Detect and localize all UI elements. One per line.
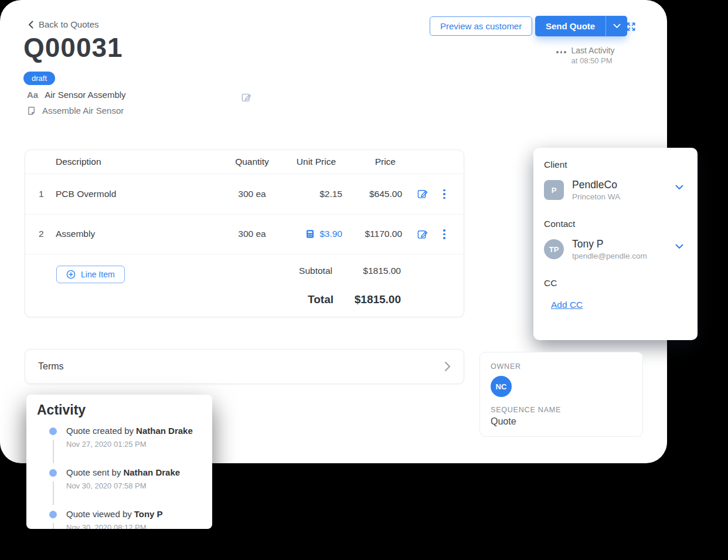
table-header-row: Description Quantity Unit Price Price (25, 150, 464, 174)
subtotal-value: $1815.00 (363, 266, 401, 276)
total-value: $1815.00 (355, 293, 401, 306)
contact-row: TP Tony P tpendle@pendle.com (544, 238, 687, 260)
chevron-right-icon (444, 361, 451, 372)
back-label: Back to Quotes (39, 19, 99, 29)
activity-item: Quote created byNathan Drake Nov 27, 202… (37, 426, 202, 467)
status-badge: draft (23, 72, 55, 85)
owner-label: OWNER (491, 362, 632, 371)
cc-label: CC (544, 278, 687, 289)
plus-circle-icon (66, 270, 76, 279)
row-number: 2 (25, 229, 56, 239)
activity-date: Nov 27, 2020 01:25 PM (66, 440, 202, 449)
owner-avatar: NC (491, 376, 512, 397)
edit-row-icon[interactable] (417, 188, 428, 199)
preview-as-customer-button[interactable]: Preview as customer (430, 16, 532, 36)
row-unit-price[interactable]: $3.90 (296, 229, 348, 239)
col-price: Price (348, 157, 406, 167)
col-description: Description (56, 157, 208, 167)
quote-description: Assemble Air Sensor (42, 106, 124, 116)
page: Back to Quotes Q00031 draft Aa Air Senso… (0, 0, 728, 560)
quote-description-row: Assemble Air Sensor (27, 106, 124, 116)
activity-item: Quote viewed byTony P Nov 30, 2020 08:12… (37, 509, 202, 529)
client-label: Client (544, 159, 687, 170)
timeline-connector (53, 523, 54, 529)
row-description: Assembly (56, 229, 208, 239)
client-avatar: P (544, 180, 564, 200)
add-cc-link[interactable]: Add CC (551, 300, 583, 310)
contact-email: tpendle@pendle.com (572, 252, 647, 260)
more-vertical-icon[interactable] (443, 189, 445, 199)
client-card: Client P PendleCo Princeton WA Contact T… (533, 148, 698, 340)
quote-name: Air Sensor Assembly (45, 90, 125, 100)
terms-section[interactable]: Terms (25, 349, 464, 384)
contact-label: Contact (544, 219, 687, 229)
activity-card: Activity Quote created byNathan Drake No… (26, 395, 212, 529)
expand-icon[interactable] (625, 21, 637, 33)
client-location: Princeton WA (572, 192, 620, 201)
timeline-dot-icon (49, 511, 57, 518)
contact-name: Tony P (572, 238, 647, 250)
row-number: 1 (25, 189, 56, 199)
last-activity: Last Activity at 08:50 PM (556, 46, 614, 65)
chevron-down-icon[interactable] (675, 185, 683, 190)
timeline-connector (53, 440, 54, 463)
col-quantity: Quantity (208, 157, 296, 167)
edit-details-icon[interactable] (241, 92, 251, 103)
add-line-item-button[interactable]: Line Item (56, 266, 125, 283)
calculator-icon (305, 229, 315, 239)
row-quantity: 300 ea (208, 189, 296, 199)
terms-label: Terms (38, 361, 64, 372)
sequence-name-value: Quote (491, 416, 632, 427)
sequence-name-label: SEQUENCE NAME (491, 406, 632, 414)
timeline-dot-icon (49, 427, 57, 435)
client-name: PendleCo (572, 179, 620, 191)
back-chevron-icon (28, 21, 33, 29)
page-title: Q00031 (23, 32, 123, 63)
table-footer: Line Item Subtotal $1815.00 Total $1815.… (25, 254, 464, 317)
activity-date: Nov 30, 2020 07:58 PM (66, 481, 202, 490)
contact-avatar: TP (544, 239, 564, 259)
note-icon (27, 106, 36, 116)
more-horizontal-icon[interactable] (556, 51, 566, 65)
timeline-connector (53, 481, 54, 505)
owner-card: OWNER NC SEQUENCE NAME Quote (479, 352, 643, 437)
client-row: P PendleCo Princeton WA (544, 179, 687, 201)
line-items-table: Description Quantity Unit Price Price 1 … (25, 150, 464, 317)
row-unit-price: $2.15 (296, 189, 348, 199)
row-price: $645.00 (348, 189, 406, 199)
last-activity-time: at 08:50 PM (571, 56, 615, 65)
send-quote-label[interactable]: Send Quote (535, 16, 605, 36)
activity-timeline: Quote created byNathan Drake Nov 27, 202… (37, 426, 202, 529)
more-vertical-icon[interactable] (443, 229, 445, 239)
activity-date: Nov 30, 2020 08:12 PM (66, 523, 202, 529)
send-quote-button[interactable]: Send Quote (535, 16, 627, 36)
last-activity-label: Last Activity (571, 46, 615, 55)
subtotal-label: Subtotal (299, 266, 332, 276)
row-price: $1170.00 (348, 229, 406, 239)
text-field-icon: Aa (27, 90, 38, 100)
chevron-down-icon[interactable] (675, 244, 683, 249)
back-to-quotes-link[interactable]: Back to Quotes (28, 19, 99, 29)
col-unit-price: Unit Price (296, 157, 348, 167)
table-row: 1 PCB Overmold 300 ea $2.15 $645.00 (25, 174, 464, 215)
activity-item: Quote sent byNathan Drake Nov 30, 2020 0… (37, 467, 202, 509)
send-quote-dropdown[interactable] (606, 16, 627, 36)
activity-title: Activity (37, 402, 202, 418)
row-quantity: 300 ea (208, 229, 296, 239)
table-row: 2 Assembly 300 ea $3.90 $1170.00 (25, 215, 464, 255)
edit-row-icon[interactable] (417, 229, 428, 240)
quote-name-row: Aa Air Sensor Assembly (27, 90, 126, 100)
timeline-dot-icon (49, 469, 57, 477)
row-description: PCB Overmold (56, 189, 208, 199)
total-label: Total (308, 293, 334, 306)
